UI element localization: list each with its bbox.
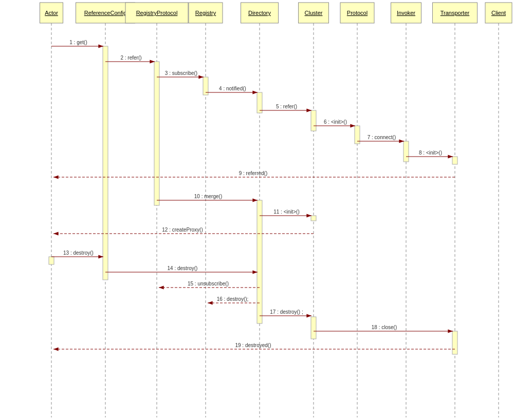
svg-text:ReferenceConfig: ReferenceConfig: [84, 10, 127, 16]
svg-rect-41: [452, 157, 457, 164]
svg-text:6 : <init>(): 6 : <init>(): [324, 119, 347, 125]
svg-text:Invoker: Invoker: [397, 10, 415, 16]
svg-text:14 : destroy(): 14 : destroy(): [168, 265, 198, 271]
svg-text:7 : connect(): 7 : connect(): [368, 135, 396, 140]
svg-text:13 : destroy(): 13 : destroy(): [63, 250, 94, 256]
svg-text:Transporter: Transporter: [440, 10, 470, 16]
svg-rect-36: [311, 110, 316, 131]
svg-text:5 : refer(): 5 : refer(): [276, 104, 297, 109]
svg-text:1 : get(): 1 : get(): [69, 40, 87, 45]
svg-rect-40: [403, 141, 409, 162]
svg-text:19 : destroyed(): 19 : destroyed(): [235, 342, 271, 348]
svg-rect-37: [311, 216, 316, 221]
svg-text:Cluster: Cluster: [305, 10, 323, 16]
svg-text:4 : notified(): 4 : notified(): [219, 86, 246, 91]
svg-text:10 : merge(): 10 : merge(): [194, 194, 222, 199]
svg-text:8 : <init>(): 8 : <init>(): [419, 150, 442, 156]
svg-text:RegistryProtocol: RegistryProtocol: [136, 10, 178, 16]
svg-rect-42: [49, 257, 54, 264]
svg-text:Client: Client: [491, 10, 506, 16]
svg-text:11 : <init>(): 11 : <init>(): [273, 209, 300, 215]
svg-text:Actor: Actor: [45, 10, 58, 16]
svg-text:Registry: Registry: [195, 10, 216, 16]
svg-rect-34: [257, 92, 262, 113]
svg-text:18 : close(): 18 : close(): [372, 324, 397, 330]
svg-rect-43: [452, 331, 457, 354]
svg-rect-31: [103, 46, 108, 280]
svg-rect-35: [257, 200, 262, 323]
diagram-svg: ActorReferenceConfigRegistryProtocolRegi…: [0, 0, 514, 420]
svg-text:15 : unsubscribe(): 15 : unsubscribe(): [188, 281, 229, 287]
svg-text:17 : destroy() ;: 17 : destroy() ;: [270, 309, 303, 315]
svg-text:Protocol: Protocol: [347, 10, 368, 16]
svg-text:3 : subscribe(): 3 : subscribe(): [165, 70, 197, 76]
svg-text:Directory: Directory: [248, 10, 271, 16]
svg-rect-38: [311, 317, 316, 339]
svg-text:9 : referred(): 9 : referred(): [239, 170, 268, 176]
svg-rect-32: [154, 62, 159, 205]
svg-text:2 : refer(): 2 : refer(): [120, 55, 141, 61]
svg-text:16 : destroy();: 16 : destroy();: [217, 296, 249, 302]
sequence-diagram: ActorReferenceConfigRegistryProtocolRegi…: [0, 0, 514, 420]
svg-text:12 : createProxy(): 12 : createProxy(): [162, 227, 203, 233]
